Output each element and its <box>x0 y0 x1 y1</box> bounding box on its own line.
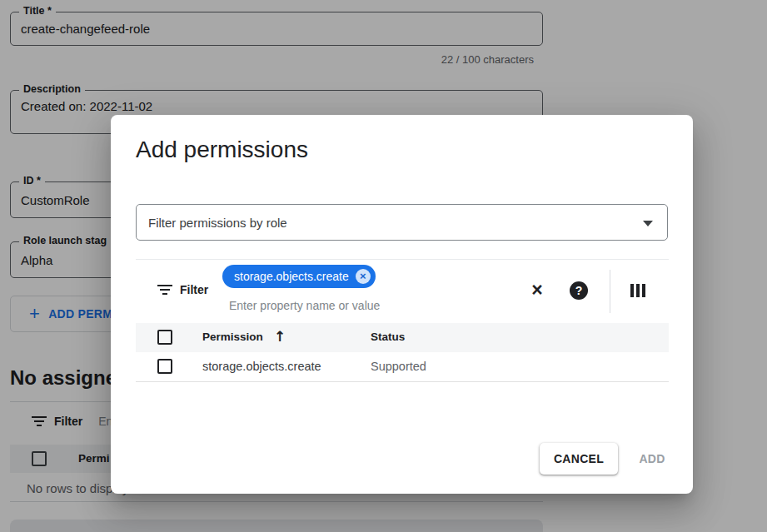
chip-remove-icon[interactable]: × <box>356 269 371 284</box>
sort-ascending-icon[interactable]: ↑ <box>274 328 286 345</box>
role-filter-placeholder: Filter permissions by role <box>148 216 287 230</box>
filter-input[interactable]: Enter property name or value <box>229 299 380 312</box>
permission-cell: storage.objects.create <box>202 360 321 373</box>
dialog-title: Add permissions <box>136 137 308 163</box>
status-cell: Supported <box>371 360 426 373</box>
permissions-table-header-row: Permission ↑ Status <box>136 323 669 352</box>
table-row: storage.objects.create Supported <box>136 352 669 382</box>
filter-chip-storage-objects-create[interactable]: storage.objects.create × <box>222 265 376 288</box>
filter-icon <box>157 284 172 296</box>
filter-chip-label: storage.objects.create <box>234 270 349 283</box>
row-checkbox[interactable] <box>157 359 172 374</box>
clear-filters-icon[interactable]: × <box>525 278 549 301</box>
cancel-button[interactable]: CANCEL <box>540 443 618 475</box>
select-all-checkbox[interactable] <box>157 330 172 345</box>
permissions-filter-toolbar: Filter storage.objects.create × Enter pr… <box>136 259 669 323</box>
help-icon[interactable]: ? <box>570 281 588 300</box>
filter-label: Filter <box>180 283 208 296</box>
toolbar-divider <box>610 270 610 313</box>
chevron-down-icon <box>643 221 653 226</box>
filter-permissions-by-role-select[interactable]: Filter permissions by role <box>136 204 668 241</box>
add-button[interactable]: ADD <box>632 443 672 475</box>
column-display-options-icon[interactable] <box>630 284 645 297</box>
permission-column-header[interactable]: Permission <box>202 331 263 343</box>
permissions-table: Permission ↑ Status storage.objects.crea… <box>136 323 669 382</box>
filter-button[interactable]: Filter <box>157 283 208 296</box>
status-column-header[interactable]: Status <box>371 331 405 343</box>
add-permissions-dialog: Add permissions Filter permissions by ro… <box>111 115 693 494</box>
